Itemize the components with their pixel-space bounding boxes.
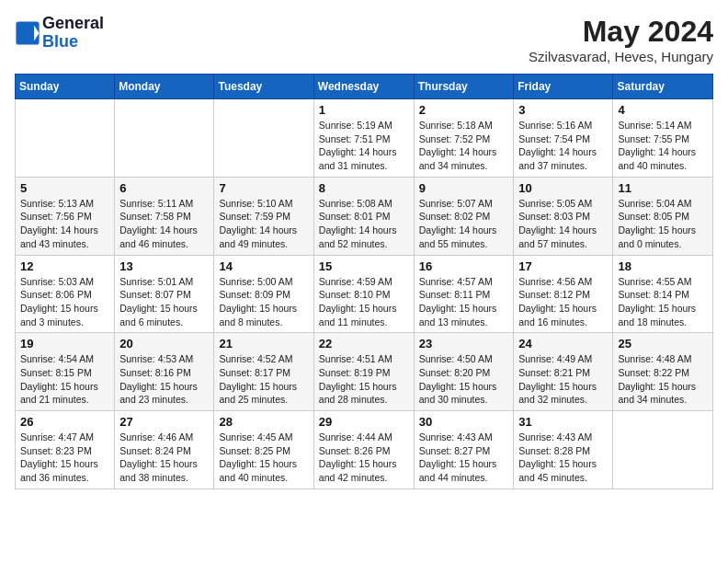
calendar-cell: 31Sunrise: 4:43 AM Sunset: 8:28 PM Dayli… [514,411,613,489]
calendar-cell: 27Sunrise: 4:46 AM Sunset: 8:24 PM Dayli… [115,411,214,489]
day-number: 1 [319,103,409,117]
day-info: Sunrise: 5:07 AM Sunset: 8:02 PM Dayligh… [419,197,509,251]
calendar-cell: 10Sunrise: 5:05 AM Sunset: 8:03 PM Dayli… [514,177,613,255]
calendar-week-1: 1Sunrise: 5:19 AM Sunset: 7:51 PM Daylig… [16,99,713,178]
day-number: 6 [119,181,209,195]
calendar-cell: 11Sunrise: 5:04 AM Sunset: 8:05 PM Dayli… [613,177,713,255]
day-info: Sunrise: 4:46 AM Sunset: 8:24 PM Dayligh… [119,431,209,485]
day-number: 14 [219,259,308,273]
calendar-cell: 6Sunrise: 5:11 AM Sunset: 7:58 PM Daylig… [115,177,214,255]
calendar-cell: 23Sunrise: 4:50 AM Sunset: 8:20 PM Dayli… [414,333,514,411]
day-info: Sunrise: 4:44 AM Sunset: 8:26 PM Dayligh… [319,431,409,485]
day-info: Sunrise: 5:00 AM Sunset: 8:09 PM Dayligh… [219,275,308,329]
location: Szilvasvarad, Heves, Hungary [529,49,713,64]
day-number: 19 [20,337,109,350]
day-info: Sunrise: 4:50 AM Sunset: 8:20 PM Dayligh… [419,352,509,407]
day-number: 29 [319,415,409,429]
day-info: Sunrise: 4:52 AM Sunset: 8:17 PM Dayligh… [219,352,308,407]
day-number: 8 [319,181,409,195]
day-number: 16 [419,259,509,273]
weekday-header-tuesday: Tuesday [214,75,313,99]
calendar-cell: 16Sunrise: 4:57 AM Sunset: 8:11 PM Dayli… [414,255,514,333]
day-number: 13 [119,259,209,273]
calendar-week-4: 19Sunrise: 4:54 AM Sunset: 8:15 PM Dayli… [16,333,713,411]
day-number: 23 [419,337,509,350]
day-info: Sunrise: 5:14 AM Sunset: 7:55 PM Dayligh… [618,119,708,173]
day-info: Sunrise: 5:19 AM Sunset: 7:51 PM Dayligh… [319,119,409,173]
day-info: Sunrise: 4:57 AM Sunset: 8:11 PM Dayligh… [419,275,509,329]
calendar-cell: 30Sunrise: 4:43 AM Sunset: 8:27 PM Dayli… [414,411,514,489]
weekday-header-friday: Friday [514,75,613,99]
calendar-cell: 2Sunrise: 5:18 AM Sunset: 7:52 PM Daylig… [414,99,514,178]
calendar-cell: 12Sunrise: 5:03 AM Sunset: 8:06 PM Dayli… [16,255,115,333]
day-number: 15 [319,259,409,273]
day-info: Sunrise: 4:56 AM Sunset: 8:12 PM Dayligh… [518,275,608,329]
calendar-week-5: 26Sunrise: 4:47 AM Sunset: 8:23 PM Dayli… [16,411,713,489]
calendar-cell: 21Sunrise: 4:52 AM Sunset: 8:17 PM Dayli… [214,333,313,411]
title-area: May 2024 Szilvasvarad, Heves, Hungary [529,15,713,64]
day-number: 3 [518,103,608,117]
day-info: Sunrise: 5:11 AM Sunset: 7:58 PM Dayligh… [119,197,209,251]
calendar-cell: 9Sunrise: 5:07 AM Sunset: 8:02 PM Daylig… [414,177,514,255]
day-info: Sunrise: 4:59 AM Sunset: 8:10 PM Dayligh… [319,275,409,329]
day-number: 30 [419,415,509,429]
calendar-week-2: 5Sunrise: 5:13 AM Sunset: 7:56 PM Daylig… [16,177,713,255]
day-number: 21 [219,337,308,350]
weekday-header-row: SundayMondayTuesdayWednesdayThursdayFrid… [16,75,713,99]
day-number: 11 [618,181,708,195]
day-number: 10 [518,181,608,195]
calendar-cell: 25Sunrise: 4:48 AM Sunset: 8:22 PM Dayli… [613,333,713,411]
weekday-header-thursday: Thursday [414,75,514,99]
calendar-cell: 8Sunrise: 5:08 AM Sunset: 8:01 PM Daylig… [313,177,414,255]
calendar-cell: 4Sunrise: 5:14 AM Sunset: 7:55 PM Daylig… [613,99,713,178]
day-number: 26 [20,415,109,429]
day-info: Sunrise: 4:54 AM Sunset: 8:15 PM Dayligh… [20,352,109,407]
day-number: 5 [20,181,109,195]
day-number: 17 [518,259,608,273]
calendar-cell: 1Sunrise: 5:19 AM Sunset: 7:51 PM Daylig… [313,99,414,178]
day-number: 4 [618,103,708,117]
calendar-cell: 7Sunrise: 5:10 AM Sunset: 7:59 PM Daylig… [214,177,313,255]
weekday-header-wednesday: Wednesday [313,75,414,99]
day-info: Sunrise: 5:04 AM Sunset: 8:05 PM Dayligh… [618,197,708,251]
weekday-header-sunday: Sunday [16,75,115,99]
day-number: 28 [219,415,308,429]
calendar-cell [115,99,214,178]
day-number: 7 [219,181,308,195]
calendar-cell: 18Sunrise: 4:55 AM Sunset: 8:14 PM Dayli… [613,255,713,333]
calendar-cell: 5Sunrise: 5:13 AM Sunset: 7:56 PM Daylig… [16,177,115,255]
day-number: 2 [419,103,509,117]
calendar-cell: 22Sunrise: 4:51 AM Sunset: 8:19 PM Dayli… [313,333,414,411]
calendar-cell: 24Sunrise: 4:49 AM Sunset: 8:21 PM Dayli… [514,333,613,411]
calendar-table: SundayMondayTuesdayWednesdayThursdayFrid… [15,74,713,489]
day-info: Sunrise: 5:05 AM Sunset: 8:03 PM Dayligh… [518,197,608,251]
logo-line1: General [42,15,104,33]
calendar-cell: 13Sunrise: 5:01 AM Sunset: 8:07 PM Dayli… [115,255,214,333]
day-number: 31 [518,415,608,429]
logo-icon [15,20,40,46]
day-info: Sunrise: 4:53 AM Sunset: 8:16 PM Dayligh… [119,352,209,407]
logo-line2: Blue [42,33,104,52]
day-number: 12 [20,259,109,273]
weekday-header-monday: Monday [115,75,214,99]
day-info: Sunrise: 5:08 AM Sunset: 8:01 PM Dayligh… [319,197,409,251]
calendar-cell: 3Sunrise: 5:16 AM Sunset: 7:54 PM Daylig… [514,99,613,178]
day-number: 18 [618,259,708,273]
day-info: Sunrise: 4:55 AM Sunset: 8:14 PM Dayligh… [618,275,708,329]
calendar-cell: 29Sunrise: 4:44 AM Sunset: 8:26 PM Dayli… [313,411,414,489]
day-info: Sunrise: 5:18 AM Sunset: 7:52 PM Dayligh… [419,119,509,173]
day-info: Sunrise: 5:10 AM Sunset: 7:59 PM Dayligh… [219,197,308,251]
day-number: 27 [119,415,209,429]
day-number: 20 [119,337,209,350]
day-number: 25 [618,337,708,350]
day-info: Sunrise: 4:49 AM Sunset: 8:21 PM Dayligh… [518,352,608,407]
page-header: General Blue May 2024 Szilvasvarad, Heve… [15,15,713,64]
day-info: Sunrise: 4:43 AM Sunset: 8:27 PM Dayligh… [419,431,509,485]
day-info: Sunrise: 4:51 AM Sunset: 8:19 PM Dayligh… [319,352,409,407]
calendar-cell: 17Sunrise: 4:56 AM Sunset: 8:12 PM Dayli… [514,255,613,333]
calendar-cell: 14Sunrise: 5:00 AM Sunset: 8:09 PM Dayli… [214,255,313,333]
calendar-cell [214,99,313,178]
logo: General Blue [15,15,104,52]
day-number: 9 [419,181,509,195]
calendar-week-3: 12Sunrise: 5:03 AM Sunset: 8:06 PM Dayli… [16,255,713,333]
